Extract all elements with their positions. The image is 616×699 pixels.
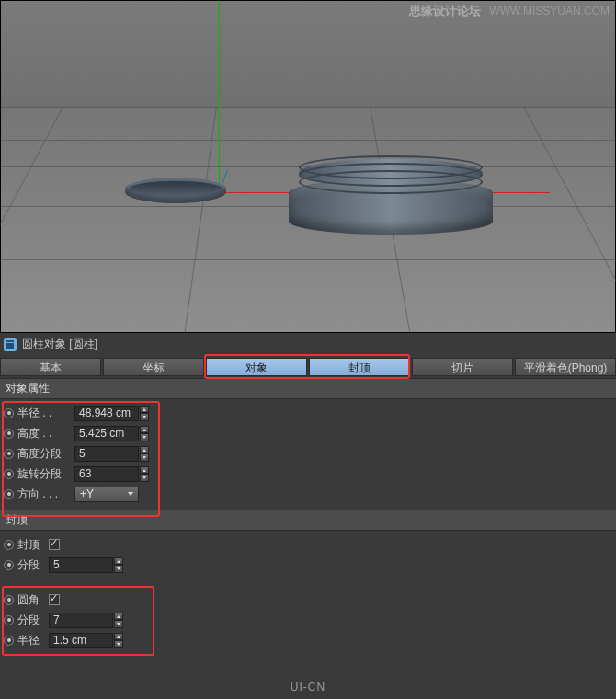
watermark-site-cn: 思缘设计论坛: [409, 4, 481, 17]
label-filletrad: 半径: [17, 633, 49, 648]
row-radius: 半径 48.948 cm: [0, 403, 616, 423]
chevron-down-icon: [128, 492, 133, 498]
watermark-footer: UI-CN: [291, 681, 325, 693]
label-filletseg: 分段: [17, 613, 49, 628]
tab-slice[interactable]: 切片: [412, 358, 513, 376]
anim-toggle-height[interactable]: [4, 429, 14, 439]
watermark-top: 思缘设计论坛 WWW.MISSYUAN.COM: [409, 3, 610, 19]
delete-icon[interactable]: [4, 338, 17, 351]
dropdown-orientation[interactable]: +Y: [74, 487, 139, 502]
object-header: 圆柱对象 [圆柱]: [0, 333, 616, 356]
checkbox-caps[interactable]: [49, 539, 60, 550]
viewport-3d[interactable]: 思缘设计论坛 WWW.MISSYUAN.COM: [0, 0, 616, 333]
checkbox-fillet[interactable]: [49, 594, 60, 605]
row-height-seg: 高度分段 5: [0, 443, 616, 464]
label-height: 高度: [17, 426, 74, 441]
anim-toggle-capseg[interactable]: [4, 560, 14, 570]
caps-group-1: 封顶 分段 5: [0, 531, 616, 586]
tab-bar: 基本 坐标 对象 封顶 切片 平滑着色(Phong): [0, 356, 616, 378]
axis-y: [219, 1, 220, 192]
spinner-filletrad[interactable]: [114, 633, 123, 648]
tab-phong[interactable]: 平滑着色(Phong): [515, 358, 616, 376]
row-rot-seg: 旋转分段 63: [0, 464, 616, 484]
label-rseg: 旋转分段: [17, 466, 74, 482]
watermark-site-url: WWW.MISSYUAN.COM: [489, 5, 610, 17]
label-radius: 半径: [17, 406, 74, 421]
spinner-radius[interactable]: [140, 406, 149, 421]
tab-caps[interactable]: 封顶: [309, 358, 410, 376]
spinner-height[interactable]: [140, 426, 149, 441]
anim-toggle-rseg[interactable]: [4, 469, 14, 479]
input-radius[interactable]: 48.948 cm: [74, 406, 139, 421]
anim-toggle-filletrad[interactable]: [4, 636, 14, 646]
label-orient: 方向: [17, 487, 74, 502]
anim-toggle-hseg[interactable]: [4, 449, 14, 459]
object-title: 圆柱对象 [圆柱]: [22, 337, 97, 352]
object-props-group: 半径 48.948 cm 高度 5.425 cm 高度分段 5 旋转分段 63 …: [0, 399, 616, 510]
row-capseg: 分段 5: [0, 555, 616, 575]
label-fillet: 圆角: [17, 592, 49, 608]
input-filletrad[interactable]: 1.5 cm: [49, 633, 113, 648]
anim-toggle-fillet[interactable]: [4, 595, 14, 605]
row-filletrad: 半径 1.5 cm: [0, 630, 616, 650]
tab-basic[interactable]: 基本: [0, 358, 101, 376]
spinner-hseg[interactable]: [140, 446, 149, 462]
tab-coord[interactable]: 坐标: [103, 358, 204, 376]
mesh-disc-top: [130, 181, 222, 195]
tab-object[interactable]: 对象: [206, 358, 307, 376]
spinner-rseg[interactable]: [140, 466, 149, 482]
label-hseg: 高度分段: [17, 446, 74, 462]
row-caps: 封顶: [0, 534, 616, 555]
row-height: 高度 5.425 cm: [0, 423, 616, 443]
anim-toggle-filletseg[interactable]: [4, 615, 14, 625]
attributes-panel: 圆柱对象 [圆柱] 基本 坐标 对象 封顶 切片 平滑着色(Phong) 对象属…: [0, 333, 616, 656]
caps-group-2: 圆角 分段 7 半径 1.5 cm: [0, 586, 616, 656]
anim-toggle-orient[interactable]: [4, 489, 14, 499]
section-object-props: 对象属性: [0, 378, 616, 399]
label-capseg: 分段: [17, 557, 49, 573]
input-filletseg[interactable]: 7: [49, 613, 113, 628]
spinner-filletseg[interactable]: [114, 613, 123, 628]
label-caps: 封顶: [17, 537, 49, 553]
input-height[interactable]: 5.425 cm: [74, 426, 139, 441]
row-orientation: 方向 +Y: [0, 484, 616, 504]
row-filletseg: 分段 7: [0, 610, 616, 630]
anim-toggle-caps[interactable]: [4, 540, 14, 550]
row-fillet: 圆角: [0, 590, 616, 610]
input-rseg[interactable]: 63: [74, 466, 139, 482]
anim-toggle-radius[interactable]: [4, 408, 14, 418]
spinner-capseg[interactable]: [114, 557, 123, 573]
input-hseg[interactable]: 5: [74, 446, 139, 462]
mesh-cylinder: [289, 155, 493, 235]
section-caps: 封顶: [0, 510, 616, 531]
input-capseg[interactable]: 5: [49, 557, 113, 573]
